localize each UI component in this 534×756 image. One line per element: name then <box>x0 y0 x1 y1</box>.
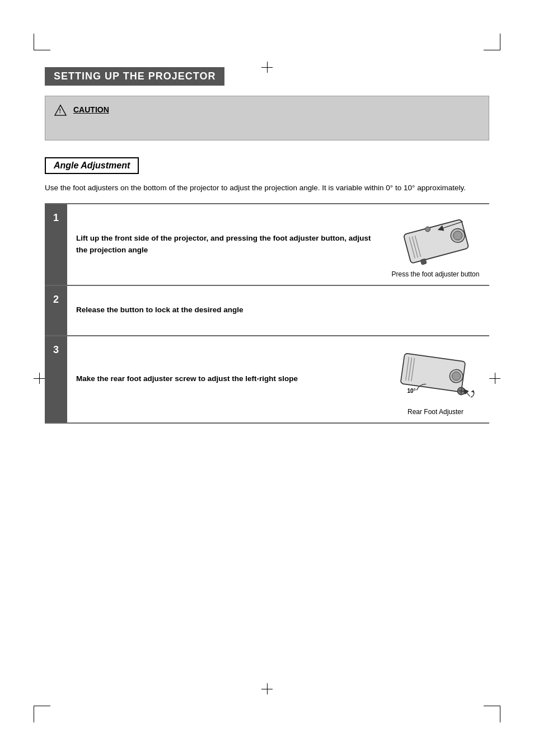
step-2-content: Release the button to lock at the desire… <box>67 286 489 335</box>
step-3-number: 3 <box>45 336 67 422</box>
step-2: 2 Release the button to lock at the desi… <box>45 286 489 336</box>
step-1-content: Lift up the front side of the projector,… <box>67 204 489 285</box>
section-title: SETTING UP THE PROJECTOR <box>45 67 224 86</box>
step-1-caption: Press the foot adjuster button <box>392 270 480 278</box>
step-3-content: Make the rear foot adjuster screw to adj… <box>67 336 489 422</box>
projector-illustration-1 <box>391 211 480 267</box>
corner-mark-bottom-right <box>484 706 500 722</box>
subsection-title: Angle Adjustment <box>45 157 139 174</box>
step-3-text: Make the rear foot adjuster screw to adj… <box>76 373 380 384</box>
svg-text:!: ! <box>59 109 60 115</box>
cross-right <box>489 373 500 384</box>
step-1-number: 1 <box>45 204 67 285</box>
corner-mark-bottom-left <box>34 706 50 722</box>
cross-left <box>34 373 45 384</box>
step-3-image: 10° <box>391 343 480 416</box>
page: SETTING UP THE PROJECTOR ! CAUTION Angle… <box>0 0 534 756</box>
caution-label: CAUTION <box>73 105 109 114</box>
step-2-text: Release the button to lock at the desire… <box>76 304 480 316</box>
corner-mark-top-right <box>484 34 500 50</box>
intro-text: Use the foot adjusters on the bottom of … <box>45 182 489 194</box>
step-1-text: Lift up the front side of the projector,… <box>76 233 380 256</box>
svg-rect-9 <box>420 259 427 265</box>
cross-top <box>261 62 273 73</box>
step-1: 1 Lift up the front side of the projecto… <box>45 204 489 286</box>
step-3: 3 Make the rear foot adjuster screw to a… <box>45 336 489 424</box>
step-3-caption: Rear Foot Adjuster <box>407 408 463 416</box>
angle-label: 10° <box>407 387 415 393</box>
steps-container: 1 Lift up the front side of the projecto… <box>45 203 489 424</box>
step-1-image: Press the foot adjuster button <box>391 211 480 278</box>
step-2-number: 2 <box>45 286 67 335</box>
cross-bottom <box>261 683 273 694</box>
caution-box: ! CAUTION <box>45 96 489 140</box>
caution-icon: ! <box>54 104 67 116</box>
main-content: SETTING UP THE PROJECTOR ! CAUTION Angle… <box>45 67 489 424</box>
corner-mark-top-left <box>34 34 50 50</box>
projector-illustration-3: 10° <box>391 343 480 405</box>
